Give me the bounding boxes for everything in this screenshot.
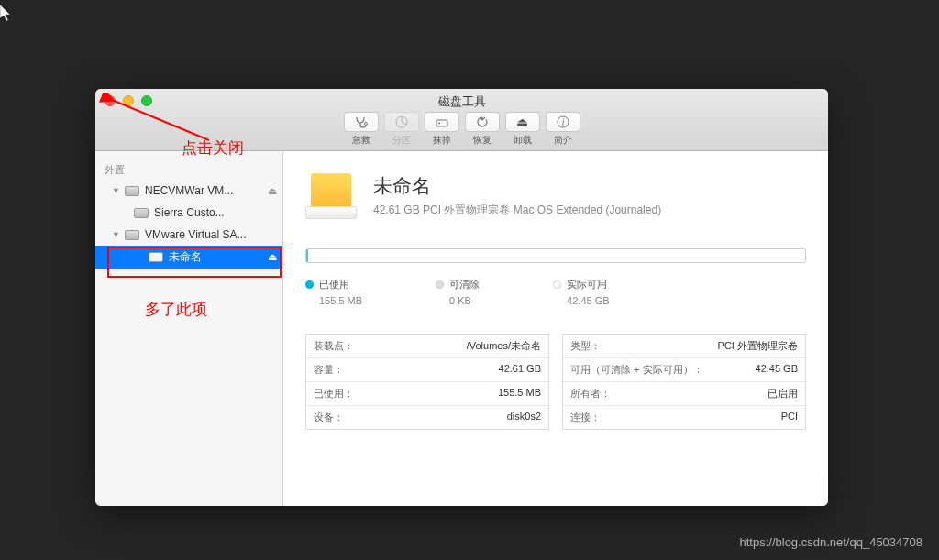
disk-icon xyxy=(125,230,139,240)
disclosure-triangle-icon[interactable]: ▼ xyxy=(112,230,119,239)
erase-icon xyxy=(435,115,449,128)
sidebar-item-necvmwar[interactable]: ▼ NECVMWar VM... ⏏ xyxy=(95,180,282,202)
sidebar-header-external: 外置 xyxy=(95,160,282,180)
svg-rect-3 xyxy=(436,120,447,126)
svg-text:i: i xyxy=(561,117,564,127)
svg-line-0 xyxy=(112,100,209,140)
stethoscope-icon xyxy=(354,115,369,128)
volume-description: 42.61 GB PCI 外置物理宗卷 Mac OS Extended (Jou… xyxy=(373,203,661,218)
disk-icon xyxy=(134,208,149,218)
partition-button: 分区 xyxy=(384,112,419,147)
info-icon: i xyxy=(557,115,569,128)
volume-name: 未命名 xyxy=(373,173,661,199)
sidebar-item-sierra[interactable]: Sierra Custo... xyxy=(95,202,282,224)
restore-button[interactable]: 恢复 xyxy=(465,112,500,147)
unmount-button[interactable]: ⏏ 卸载 xyxy=(505,112,540,147)
eject-icon: ⏏ xyxy=(505,112,540,132)
properties-table-left: 装载点：/Volumes/未命名 容量：42.61 GB 已使用：155.5 M… xyxy=(305,334,549,430)
usage-bar xyxy=(305,248,806,263)
sidebar: 外置 ▼ NECVMWar VM... ⏏ Sierra Custo... ▼ … xyxy=(95,151,283,506)
eject-icon[interactable]: ⏏ xyxy=(268,185,277,197)
legend-dot-purgeable xyxy=(436,280,444,289)
annotation-highlight-box xyxy=(107,247,282,278)
svg-point-4 xyxy=(438,123,440,125)
disclosure-triangle-icon[interactable]: ▼ xyxy=(112,186,119,195)
legend-dot-used xyxy=(305,280,314,289)
legend-dot-free xyxy=(553,280,561,289)
info-button[interactable]: i 简介 xyxy=(546,112,580,147)
annotation-added-item: 多了此项 xyxy=(145,299,207,320)
sidebar-item-vmware[interactable]: ▼ VMware Virtual SA... xyxy=(95,224,282,246)
disk-icon xyxy=(125,186,139,196)
pie-icon xyxy=(395,115,408,128)
properties-table-right: 类型：PCI 外置物理宗卷 可用（可清除 + 实际可用）：42.45 GB 所有… xyxy=(562,334,806,430)
svg-point-1 xyxy=(364,123,367,126)
volume-icon xyxy=(305,173,357,225)
content-pane: 未命名 42.61 GB PCI 外置物理宗卷 Mac OS Extended … xyxy=(283,151,828,506)
mouse-cursor xyxy=(0,5,13,27)
erase-button[interactable]: 抹掉 xyxy=(425,112,459,147)
first-aid-button[interactable]: 急救 xyxy=(344,112,379,147)
usage-legend: 已使用 155.5 MB 可清除 0 KB 实际可用 42.45 GB xyxy=(305,278,806,306)
annotation-arrow xyxy=(99,93,218,148)
watermark: https://blog.csdn.net/qq_45034708 xyxy=(740,535,923,549)
restore-icon xyxy=(476,115,489,128)
